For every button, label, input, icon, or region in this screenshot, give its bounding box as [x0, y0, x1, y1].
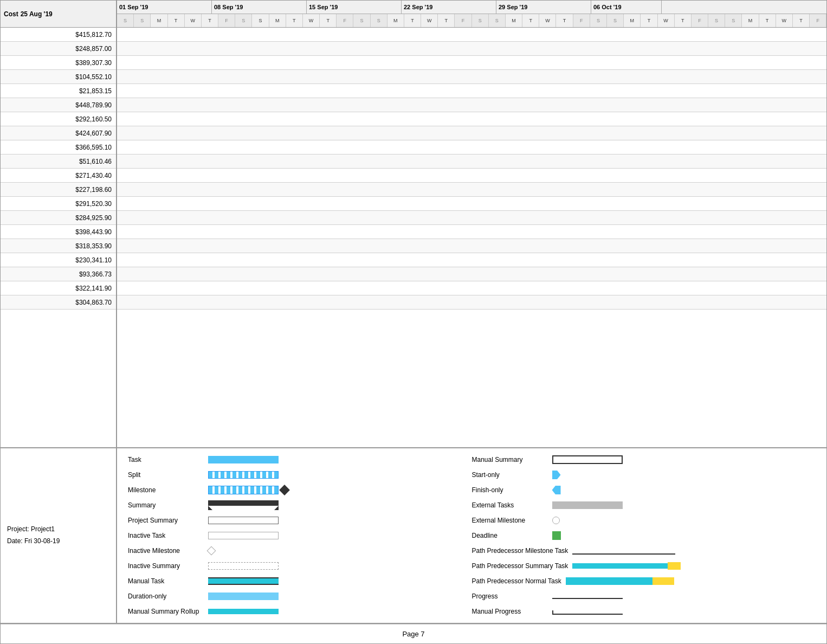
- legend-item: Manual Summary Rollup: [128, 604, 472, 619]
- legend-item: Inactive Task: [128, 529, 472, 543]
- day-label: T: [286, 14, 303, 27]
- week-label: 29 Sep '19: [496, 1, 591, 14]
- day-label: T: [675, 14, 692, 27]
- legend-item: External Tasks: [472, 498, 816, 512]
- gantt-row: [117, 84, 826, 98]
- legend-item-label: Project Summary: [128, 517, 204, 524]
- day-label: M: [506, 14, 522, 27]
- gantt-row: [117, 197, 826, 211]
- legend-item-label: Manual Progress: [472, 608, 548, 615]
- day-label: S: [252, 14, 269, 27]
- gantt-row: [117, 239, 826, 253]
- cost-row: $292,160.50: [1, 112, 116, 126]
- legend-col-left: TaskSplitMilestoneSummary Project Summar…: [128, 453, 472, 619]
- legend-item-label: Inactive Summary: [128, 562, 204, 570]
- day-label: T: [522, 14, 539, 27]
- day-label: F: [573, 14, 590, 27]
- legend-item: Manual Summary: [472, 453, 816, 467]
- gantt-row: [117, 253, 826, 267]
- left-panel: Cost 25 Aug '19 $415,812.70$248,857.00$3…: [1, 1, 117, 447]
- cost-row: $415,812.70: [1, 28, 116, 42]
- legend-item-label: Split: [128, 471, 204, 479]
- legend-item-label: Manual Task: [128, 577, 204, 585]
- day-label: T: [320, 14, 337, 27]
- legend-item-label: Task: [128, 456, 204, 463]
- day-label: T: [202, 14, 218, 27]
- day-label: S: [472, 14, 489, 27]
- legend-area: Project: Project1 Date: Fri 30-08-19 Tas…: [1, 448, 826, 624]
- day-label: W: [303, 14, 320, 27]
- project-label: Project: Project1: [7, 524, 109, 536]
- week-label: 06 Oct '19: [591, 1, 662, 14]
- day-label: S: [117, 14, 134, 27]
- legend-item-bar: [208, 592, 279, 601]
- header-cost-label: Cost: [4, 10, 18, 18]
- header-date-label: 25 Aug '19: [21, 10, 53, 18]
- legend-item-bar: [208, 486, 288, 494]
- gantt-row: [117, 70, 826, 84]
- legend-item: Manual Task: [128, 574, 472, 588]
- day-label: W: [421, 14, 438, 27]
- legend-item-label: Inactive Task: [128, 532, 204, 539]
- gantt-row: [117, 154, 826, 169]
- legend-item: Deadline: [472, 529, 816, 543]
- day-label: T: [556, 14, 573, 27]
- day-labels: SSMTWTFSSMTWTFSSMTWTFSSMTWTFSSMTWTFSSMTW…: [117, 14, 826, 27]
- day-label: S: [725, 14, 742, 27]
- page-footer: Page 7: [1, 624, 826, 643]
- day-label: S: [235, 14, 252, 27]
- day-label: F: [692, 14, 708, 27]
- day-label: T: [438, 14, 455, 27]
- legend-item: Split: [128, 468, 472, 482]
- legend-item-bar: [208, 546, 215, 555]
- gantt-row: [117, 267, 826, 281]
- legend-item: Progress: [472, 589, 816, 603]
- legend-item-bar: [552, 607, 623, 616]
- legend-item-bar: [208, 455, 279, 464]
- gantt-row: [117, 225, 826, 239]
- gantt-area: Cost 25 Aug '19 $415,812.70$248,857.00$3…: [1, 1, 826, 448]
- gantt-row: [117, 211, 826, 225]
- legend-item-bar: [208, 471, 279, 479]
- week-label: 22 Sep '19: [402, 1, 496, 14]
- legend-item-bar: [208, 562, 279, 570]
- legend-item: Start-only: [472, 468, 816, 482]
- day-label: M: [387, 14, 404, 27]
- legend-item-bar: [566, 577, 674, 585]
- week-label: 15 Sep '19: [307, 1, 402, 14]
- day-label: S: [353, 14, 370, 27]
- legend-item-label: Path Predecessor Normal Task: [472, 577, 561, 585]
- legend-item: Milestone: [128, 483, 472, 497]
- cost-row: $318,353.90: [1, 239, 116, 253]
- legend-item: Finish-only: [472, 483, 816, 497]
- gantt-row: [117, 98, 826, 112]
- legend-right: TaskSplitMilestoneSummary Project Summar…: [117, 448, 826, 623]
- legend-item-bar: [208, 577, 279, 585]
- legend-left: Project: Project1 Date: Fri 30-08-19: [1, 448, 117, 623]
- gantt-row: [117, 281, 826, 295]
- legend-item: Duration-only: [128, 589, 472, 603]
- cost-row: $227,198.60: [1, 183, 116, 197]
- cost-rows-container: $415,812.70$248,857.00$389,307.30$104,55…: [1, 28, 116, 310]
- day-label: W: [658, 14, 675, 27]
- legend-item-label: External Tasks: [472, 501, 548, 509]
- day-label: T: [168, 14, 185, 27]
- cost-row: $448,789.90: [1, 98, 116, 112]
- legend-item-label: Finish-only: [472, 486, 548, 494]
- day-label: T: [793, 14, 810, 27]
- day-label: F: [218, 14, 235, 27]
- legend-item-label: External Milestone: [472, 517, 548, 524]
- timeline-header: 01 Sep '1908 Sep '1915 Sep '1922 Sep '19…: [117, 1, 826, 28]
- legend-item-bar: [552, 486, 561, 494]
- legend-item-label: Progress: [472, 593, 548, 600]
- week-labels: 01 Sep '1908 Sep '1915 Sep '1922 Sep '19…: [117, 1, 826, 14]
- legend-item-label: Milestone: [128, 486, 204, 494]
- week-label: 01 Sep '19: [117, 1, 212, 14]
- cost-row: $366,595.10: [1, 140, 116, 154]
- day-label: T: [404, 14, 421, 27]
- day-label: F: [455, 14, 471, 27]
- right-panel: 01 Sep '1908 Sep '1915 Sep '1922 Sep '19…: [117, 1, 826, 447]
- day-label: S: [371, 14, 387, 27]
- gantt-row: [117, 295, 826, 310]
- cost-row: $304,863.70: [1, 295, 116, 310]
